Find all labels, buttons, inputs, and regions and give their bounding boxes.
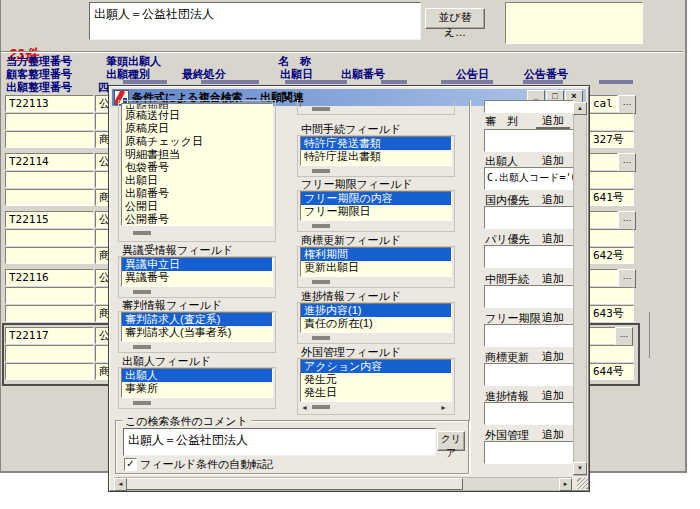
record-field[interactable] — [5, 229, 94, 246]
list-item[interactable]: 原稿チェック日 — [122, 135, 272, 148]
list-item[interactable]: 出願番号 — [122, 187, 272, 200]
condition-box[interactable]: C.出願人コード='072 — [484, 167, 574, 190]
field-list[interactable]: 審判請求人(査定系) 審判請求人(当事者系) — [121, 312, 273, 342]
list-item[interactable]: 原稿戻日 — [122, 122, 272, 135]
sort-button[interactable]: 並び替え… — [425, 8, 485, 29]
list-item[interactable]: 公開番号 — [122, 213, 272, 226]
more-button[interactable]: … — [618, 211, 636, 230]
condition-box-clipped[interactable] — [484, 100, 574, 113]
record-field[interactable] — [5, 189, 94, 206]
condition-box[interactable] — [484, 363, 574, 386]
list-item-selected[interactable]: 特許庁発送書類 — [301, 137, 451, 150]
record-right-field[interactable]: cal — [589, 95, 618, 112]
more-button[interactable]: … — [615, 327, 633, 346]
record-pubno-field[interactable]: 327号 — [589, 131, 634, 148]
record-field[interactable] — [589, 345, 634, 362]
list-item[interactable]: 異議番号 — [122, 271, 272, 284]
record-field[interactable] — [5, 287, 94, 304]
list-item[interactable]: 包袋番号 — [122, 161, 272, 174]
list-item[interactable]: 出願日 — [122, 174, 272, 187]
record-pubno-field[interactable]: 641号 — [589, 189, 634, 206]
list-item-selected[interactable]: フリー期限の内容 — [301, 192, 451, 205]
scroll-up-icon[interactable]: ▲ — [573, 102, 587, 115]
condition-box[interactable] — [484, 324, 574, 347]
v-scrollbar[interactable] — [573, 102, 587, 476]
field-list[interactable]: フリー期限の内容 フリー期限日 — [300, 191, 452, 221]
condition-box[interactable] — [484, 402, 574, 425]
record-field[interactable] — [5, 247, 94, 264]
query-display-box[interactable]: 出願人＝公益社団法人 — [89, 2, 421, 40]
scroll-left-icon[interactable]: ◄ — [301, 403, 308, 412]
h-scrollbar[interactable] — [312, 169, 330, 173]
list-item[interactable]: 事業所 — [122, 382, 272, 395]
h-scrollbar[interactable] — [133, 231, 151, 235]
list-item[interactable]: 更新出願日 — [301, 261, 451, 274]
record-right-field[interactable] — [589, 327, 616, 344]
more-button[interactable]: … — [618, 269, 636, 288]
list-item[interactable]: 発生元 — [301, 373, 451, 386]
record-right-field[interactable] — [589, 153, 618, 170]
h-scrollbar[interactable] — [312, 336, 330, 340]
scroll-right-icon[interactable]: ► — [559, 478, 572, 491]
list-item-selected[interactable]: アクション内容 — [301, 360, 451, 373]
list-item-selected[interactable]: 出願人 — [122, 369, 272, 382]
record-field[interactable] — [589, 113, 634, 130]
h-scrollbar[interactable] — [133, 345, 151, 349]
record-field[interactable] — [589, 229, 634, 246]
record-id-field[interactable]: T22113 — [5, 95, 94, 112]
field-list[interactable]: アクション内容 発生元 発生日 — [300, 359, 452, 402]
list-item[interactable]: 審判請求人(当事者系) — [122, 326, 272, 339]
condition-box[interactable] — [484, 245, 574, 268]
list-item[interactable]: 責任の所在(1) — [301, 317, 451, 330]
record-pubno-field[interactable]: 643号 — [589, 305, 634, 322]
record-pubno-field[interactable]: 644号 — [589, 363, 634, 380]
record-id-field[interactable]: T22116 — [5, 269, 94, 286]
list-item[interactable]: 特許庁提出書類 — [301, 150, 451, 163]
h-scrollbar[interactable] — [312, 405, 330, 409]
condition-box[interactable] — [484, 129, 574, 152]
record-pubno-field[interactable]: 642号 — [589, 247, 634, 264]
clear-button[interactable]: クリア — [437, 431, 465, 451]
list-item[interactable]: 発生日 — [301, 386, 451, 399]
more-button[interactable]: … — [618, 153, 636, 172]
record-right-field[interactable] — [589, 211, 618, 228]
record-id-field[interactable]: T22114 — [5, 153, 94, 170]
field-list[interactable]: 異議申立日 異議番号 — [121, 257, 273, 287]
scroll-right-icon[interactable]: ► — [440, 403, 447, 412]
comment-input[interactable]: 出願人＝公益社団法人 — [123, 428, 436, 456]
record-field[interactable] — [5, 171, 94, 188]
resize-grip[interactable] — [577, 478, 588, 489]
record-id-field[interactable]: T22115 — [5, 211, 94, 228]
list-item[interactable]: 公開日 — [122, 200, 272, 213]
record-field[interactable] — [589, 287, 634, 304]
condition-box[interactable] — [484, 441, 574, 464]
h-scrollbar[interactable] — [312, 224, 330, 228]
list-item[interactable]: 明細書担当 — [122, 148, 272, 161]
list-item-selected[interactable]: 審判請求人(査定系) — [122, 313, 272, 326]
field-list[interactable]: 出願人 事業所 — [121, 368, 273, 398]
record-field[interactable] — [5, 113, 94, 130]
record-id-field[interactable]: T22117 — [5, 327, 94, 344]
scroll-left-icon[interactable]: ◄ — [114, 478, 127, 491]
h-scrollbar[interactable] — [133, 401, 151, 405]
h-scrollbar[interactable] — [312, 107, 330, 111]
record-field[interactable] — [589, 171, 634, 188]
condition-box[interactable] — [484, 206, 574, 229]
add-button[interactable]: 追加 — [536, 114, 570, 129]
condition-box[interactable] — [484, 285, 574, 308]
field-list[interactable]: 権利期間 更新出願日 — [300, 247, 452, 277]
h-scrollbar[interactable] — [312, 280, 330, 284]
list-item-selected[interactable]: 権利期間 — [301, 248, 451, 261]
list-item-selected[interactable]: 進捗内容(1) — [301, 304, 451, 317]
note-box[interactable] — [505, 2, 643, 44]
more-button[interactable]: … — [618, 95, 636, 114]
list-item[interactable]: フリー期限日 — [301, 205, 451, 218]
record-field[interactable] — [5, 131, 94, 148]
field-list-main[interactable]: 出願期限 原稿送付日 原稿戻日 原稿チェック日 明細書担当 包袋番号 出願日 出… — [121, 103, 273, 226]
field-list[interactable]: 特許庁発送書類 特許庁提出書類 — [300, 136, 452, 166]
auto-transfer-checkbox[interactable]: ✓ — [124, 458, 137, 471]
list-item[interactable]: 原稿送付日 — [122, 109, 272, 122]
record-field[interactable] — [5, 305, 94, 322]
scroll-down-icon[interactable]: ▼ — [573, 462, 587, 475]
h-scrollbar[interactable] — [133, 290, 151, 294]
